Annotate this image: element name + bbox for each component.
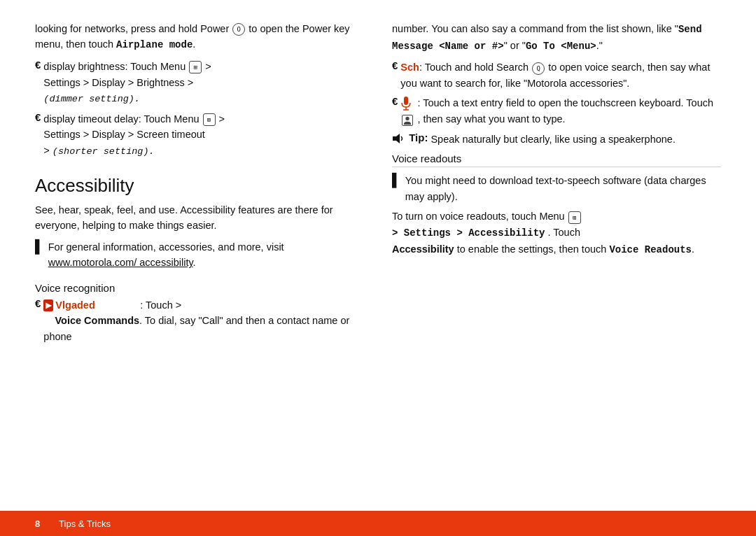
go-to-menu-text: Go To <Menu> — [526, 41, 596, 52]
menu-icon-3: ⊞ — [568, 211, 581, 224]
bullet-3-text: For general information, accessories, an… — [48, 241, 284, 253]
algaded-label: Vlgaded — [55, 299, 94, 311]
bullet-1-prefix: display brightness: Touch Menu — [43, 61, 186, 72]
shorter-setting: (shorter setting). — [52, 146, 155, 157]
algaded-colon — [98, 299, 137, 311]
turn-on-paragraph: To turn on voice readouts, touch Menu ⊞ … — [392, 209, 721, 258]
turn-on-end: . — [692, 244, 694, 255]
page-number: 8 — [35, 519, 40, 529]
algaded-content: ▶Vlgaded : Touch > Voice Commands. To di… — [43, 297, 364, 344]
mic-euro: € — [392, 95, 398, 107]
voice-readouts-header: Voice readouts — [392, 153, 721, 167]
algaded-red-icon: ▶ — [43, 299, 53, 311]
turn-on-text: To turn on voice readouts, touch Menu — [392, 211, 565, 222]
timeout-path-1: Settings > Display > Screen timeout — [43, 129, 205, 140]
intro-text-1: looking for networks, press and hold Pow… — [35, 23, 229, 34]
timeout-path-2: > — [43, 145, 52, 156]
vr-icon: ▌ — [392, 173, 401, 188]
turn-on-mid: . Touch — [547, 227, 580, 238]
power-icon: O — [232, 23, 245, 36]
bullet-3-content: For general information, accessories, an… — [48, 239, 364, 271]
algaded-bullet: € ▶Vlgaded : Touch > Voice Commands. To … — [35, 297, 364, 344]
vr-download-bullet: ▌ You might need to download text-to-spe… — [392, 173, 721, 204]
algaded-euro: € — [35, 297, 41, 309]
intro-paragraph: looking for networks, press and hold Pow… — [35, 21, 364, 53]
sch-label: Sch — [400, 62, 419, 73]
accessibility-description: See, hear, speak, feel, and use. Accessi… — [35, 202, 364, 234]
sch-content: Sch: Touch and hold Search Q to open voi… — [400, 59, 721, 91]
mic-bullet: € : Touch a text entry field to open the… — [392, 95, 721, 127]
search-icon: Q — [532, 62, 545, 75]
settings-accessibility-path: > Settings > Accessibility — [392, 227, 545, 239]
bullet-2-content: display timeout delay: Touch Menu ⊞ > Se… — [43, 111, 364, 160]
menu-icon-1: ⊞ — [189, 61, 202, 73]
mic-content: : Touch a text entry field to open the t… — [400, 95, 721, 127]
svg-rect-0 — [404, 97, 408, 105]
timeout-bullet: € display timeout delay: Touch Menu ⊞ > … — [35, 111, 364, 160]
mic-icon — [400, 96, 412, 111]
dimmer-setting: (dimmer setting). — [43, 94, 140, 104]
bullet-1-euro: € — [35, 59, 41, 71]
general-info-bullet: ▌ For general information, accessories, … — [35, 239, 364, 271]
voice-commands-bold: Voice Commands — [55, 315, 139, 326]
svg-marker-4 — [393, 134, 400, 143]
right-column: number. You can also say a command from … — [392, 21, 721, 497]
svg-point-3 — [406, 116, 410, 120]
page-container: looking for networks, press and hold Pow… — [0, 0, 756, 536]
bottom-bar: 8 Tips & Tricks — [0, 511, 756, 536]
mic-text2: , then say what you want to type. — [417, 113, 565, 125]
airplane-mode-text: Airplane mode — [116, 39, 192, 50]
accessibility-title: Accessibility — [35, 175, 364, 197]
bullet-1-content: display brightness: Touch Menu ⊞ > Setti… — [43, 59, 364, 107]
right-intro: number. You can also say a command from … — [392, 21, 721, 54]
tip-label: Tip: — [392, 132, 428, 144]
speaker-icon — [392, 133, 406, 144]
bottom-separator — [46, 519, 53, 529]
sch-text: : Touch and hold Search — [419, 62, 528, 73]
menu-icon-2: ⊞ — [203, 113, 216, 126]
algaded-text: : Touch > — [140, 299, 181, 311]
tip-bold: Tip: — [409, 132, 428, 143]
mic-text: : Touch a text entry field to open the t… — [417, 97, 713, 108]
right-intro-text: number. You can also say a command from … — [392, 23, 678, 34]
vr-text: You might need to download text-to-speec… — [405, 175, 706, 202]
tip-row: Tip: Speak naturally but clearly, like u… — [392, 132, 721, 147]
accessibility-bold: Accessibility — [392, 244, 454, 255]
voice-readouts-bold: Voice Readouts — [609, 244, 692, 255]
bullet-3-icon: ▌ — [35, 239, 44, 254]
content-area: looking for networks, press and hold Pow… — [0, 0, 756, 511]
voice-recognition-header: Voice recognition — [35, 282, 364, 294]
brightness-path: Settings > Display > Brightness > — [43, 77, 193, 88]
person-icon — [402, 115, 413, 126]
turn-on-rest: to enable the settings, then touch — [457, 244, 607, 255]
brightness-bullet: € display brightness: Touch Menu ⊞ > Set… — [35, 59, 364, 107]
sch-bullet: € Sch: Touch and hold Search Q to open v… — [392, 59, 721, 91]
section-label: Tips & Tricks — [59, 519, 111, 529]
left-column: looking for networks, press and hold Pow… — [35, 21, 364, 497]
tip-text: Speak naturally but clearly, like using … — [430, 132, 721, 147]
motorola-link[interactable]: www.motorola.com/ accessibility — [48, 257, 193, 268]
sch-euro: € — [392, 59, 398, 71]
vr-content: You might need to download text-to-speec… — [405, 173, 721, 204]
bullet-2-prefix: display timeout delay: Touch Menu — [43, 113, 199, 125]
bullet-2-euro: € — [35, 111, 41, 123]
